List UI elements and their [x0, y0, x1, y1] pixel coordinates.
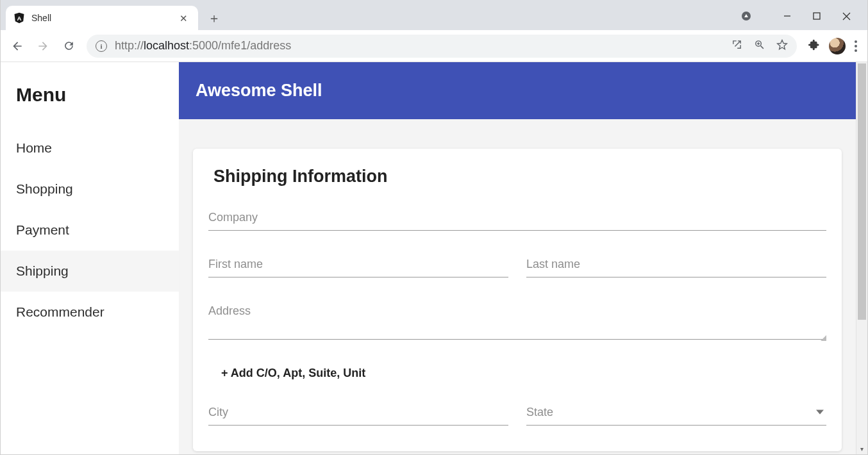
address-field[interactable]: Address [208, 304, 826, 340]
app-header: Awesome Shell [179, 62, 856, 119]
open-external-icon[interactable] [731, 39, 742, 53]
last-name-label: Last name [526, 258, 826, 271]
city-label: City [208, 406, 508, 419]
tab-strip-row: A Shell ✕ ＋ [1, 0, 867, 30]
browser-tab[interactable]: A Shell ✕ [6, 6, 198, 30]
main-content: Awesome Shell Shipping Information Compa… [179, 62, 856, 455]
last-name-field[interactable]: Last name [526, 258, 826, 277]
svg-line-9 [761, 46, 764, 49]
svg-rect-5 [814, 13, 820, 19]
window-controls [725, 2, 867, 30]
add-address-line-button[interactable]: + Add C/O, Apt, Suite, Unit [213, 367, 826, 380]
browser-toolbar: i http://localhost:5000/mfe1/address [1, 30, 867, 62]
extensions-icon[interactable] [808, 39, 820, 53]
sidebar-item-home[interactable]: Home [1, 128, 179, 169]
svg-marker-12 [816, 410, 824, 414]
state-field[interactable]: State [526, 406, 826, 426]
window-minimize-button[interactable] [781, 10, 793, 22]
window-maximize-button[interactable] [811, 10, 822, 22]
page-viewport: Menu Home Shopping Payment Shipping Reco… [1, 62, 867, 455]
tab-strip: A Shell ✕ ＋ [1, 0, 725, 30]
bookmark-star-icon[interactable] [776, 39, 788, 53]
dropdown-arrow-icon[interactable] [816, 407, 824, 418]
omnibox-icons [731, 39, 788, 53]
svg-text:A: A [17, 15, 21, 22]
page-scrollbar[interactable]: ▾ [856, 62, 867, 455]
city-field[interactable]: City [208, 406, 508, 426]
sidebar-item-shopping[interactable]: Shopping [1, 169, 179, 210]
profile-avatar[interactable] [829, 38, 846, 54]
browser-menu-icon[interactable] [855, 40, 857, 52]
company-label: Company [208, 211, 826, 224]
sidebar-title: Menu [1, 74, 179, 128]
close-tab-icon[interactable]: ✕ [177, 11, 190, 26]
site-info-icon[interactable]: i [96, 40, 107, 52]
sidebar: Menu Home Shopping Payment Shipping Reco… [1, 62, 179, 455]
incognito-indicator-icon [740, 10, 752, 22]
zoom-icon[interactable] [754, 39, 765, 53]
sidebar-item-shipping[interactable]: Shipping [1, 251, 179, 292]
toolbar-right-icons [803, 38, 862, 54]
state-label: State [526, 406, 826, 419]
form-card: Shipping Information Company First name … [193, 149, 842, 451]
form-title: Shipping Information [208, 167, 826, 186]
first-name-field[interactable]: First name [208, 258, 508, 277]
sidebar-item-recommender[interactable]: Recommender [1, 292, 179, 333]
scrollbar-down-arrow-icon[interactable]: ▾ [856, 445, 867, 452]
tab-title: Shell [31, 13, 51, 23]
window-close-button[interactable] [840, 10, 852, 22]
url-text: http://localhost:5000/mfe1/address [115, 39, 291, 53]
textarea-resize-handle-icon[interactable] [821, 335, 826, 341]
company-field[interactable]: Company [208, 211, 826, 231]
sidebar-item-payment[interactable]: Payment [1, 210, 179, 251]
angular-icon: A [13, 12, 25, 24]
reload-button[interactable] [57, 35, 80, 58]
browser-chrome: A Shell ✕ ＋ [1, 0, 867, 62]
new-tab-button[interactable]: ＋ [204, 8, 224, 28]
forward-button[interactable] [31, 35, 54, 58]
back-button[interactable] [6, 35, 29, 58]
scrollbar-thumb[interactable] [858, 63, 866, 320]
app-header-title: Awesome Shell [196, 81, 322, 101]
address-bar[interactable]: i http://localhost:5000/mfe1/address [87, 35, 797, 58]
first-name-label: First name [208, 258, 508, 271]
address-label: Address [208, 304, 826, 318]
